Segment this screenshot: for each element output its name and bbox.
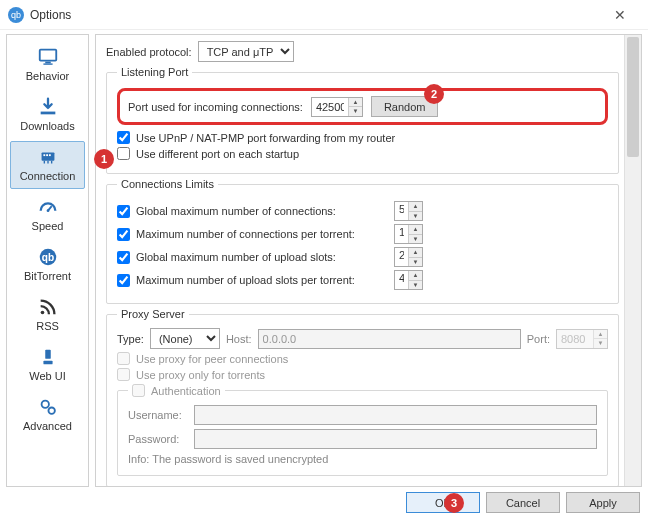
titlebar: qb Options ✕ — [0, 0, 648, 30]
svg-rect-2 — [43, 63, 52, 64]
sidebar-item-connection[interactable]: Connection — [10, 141, 85, 189]
rss-icon — [35, 296, 61, 318]
sidebar-label: Downloads — [20, 120, 74, 132]
monitor-icon — [35, 46, 61, 68]
limits-legend: Connections Limits — [117, 178, 218, 190]
dialog-footer: OK Cancel Apply — [406, 492, 640, 513]
annotation-badge-2: 2 — [424, 84, 444, 104]
gears-icon — [35, 396, 61, 418]
proxy-group: Proxy Server Type: (None) Host: Port: ▲▼… — [106, 308, 619, 487]
port-label: Port used for incoming connections: — [128, 101, 303, 113]
limit-row: Maximum number of connections per torren… — [117, 224, 608, 244]
ok-button[interactable]: OK — [406, 492, 480, 513]
limit1-spinner[interactable]: ▲▼ — [394, 201, 423, 221]
svg-rect-0 — [39, 50, 56, 61]
limit2-spinner[interactable]: ▲▼ — [394, 224, 423, 244]
scrollbar-thumb[interactable] — [627, 37, 639, 157]
window-title: Options — [30, 8, 600, 22]
auth-checkbox — [132, 384, 145, 397]
limit4-checkbox[interactable] — [117, 274, 130, 287]
proxy-port-spinner[interactable]: ▲▼ — [556, 329, 608, 349]
sidebar-label: RSS — [36, 320, 59, 332]
proxy-type-select[interactable]: (None) — [150, 328, 220, 349]
close-button[interactable]: ✕ — [600, 7, 640, 23]
limit4-spinner[interactable]: ▲▼ — [394, 270, 423, 290]
sidebar: Behavior Downloads Connection Speed qb B… — [6, 34, 89, 487]
limit3-checkbox[interactable] — [117, 251, 130, 264]
sidebar-label: BitTorrent — [24, 270, 71, 282]
enabled-protocol-select[interactable]: TCP and μTP — [198, 41, 294, 62]
app-logo-icon: qb — [8, 7, 24, 23]
sidebar-item-advanced[interactable]: Advanced — [10, 391, 85, 439]
svg-point-15 — [41, 401, 48, 408]
spin-down-icon[interactable]: ▼ — [349, 107, 362, 116]
limit3-spinner[interactable]: ▲▼ — [394, 247, 423, 267]
proxy-torrent-checkbox — [117, 368, 130, 381]
svg-rect-6 — [46, 154, 48, 156]
svg-rect-7 — [48, 154, 50, 156]
limit-row: Global maximum number of connections:▲▼ — [117, 201, 608, 221]
proxy-host-label: Host: — [226, 333, 252, 345]
port-spinner[interactable]: ▲▼ — [311, 97, 363, 117]
svg-rect-14 — [43, 361, 52, 365]
svg-text:qb: qb — [41, 252, 53, 263]
webui-icon — [35, 346, 61, 368]
svg-line-9 — [48, 206, 52, 211]
limit-row: Global maximum number of upload slots:▲▼ — [117, 247, 608, 267]
sidebar-label: Connection — [20, 170, 76, 182]
svg-rect-4 — [41, 152, 54, 160]
svg-rect-1 — [45, 62, 51, 64]
svg-rect-5 — [43, 154, 45, 156]
sidebar-item-webui[interactable]: Web UI — [10, 341, 85, 389]
connection-icon — [35, 146, 61, 168]
port-input[interactable] — [312, 98, 348, 116]
limit1-checkbox[interactable] — [117, 205, 130, 218]
port-row-highlight: Port used for incoming connections: ▲▼ R… — [117, 88, 608, 125]
diffport-checkbox[interactable] — [117, 147, 130, 160]
limit2-checkbox[interactable] — [117, 228, 130, 241]
download-icon — [35, 96, 61, 118]
svg-point-12 — [40, 311, 44, 315]
bittorrent-icon: qb — [35, 246, 61, 268]
sidebar-label: Speed — [32, 220, 64, 232]
svg-rect-3 — [40, 112, 55, 115]
gauge-icon — [35, 196, 61, 218]
proxy-legend: Proxy Server — [117, 308, 189, 320]
sidebar-item-rss[interactable]: RSS — [10, 291, 85, 339]
annotation-badge-1: 1 — [94, 149, 114, 169]
sidebar-item-speed[interactable]: Speed — [10, 191, 85, 239]
proxy-type-label: Type: — [117, 333, 144, 345]
proxy-port-label: Port: — [527, 333, 550, 345]
proxy-peer-row: Use proxy for peer connections — [117, 352, 608, 365]
diffport-checkbox-row[interactable]: Use different port on each startup — [117, 147, 608, 160]
svg-point-16 — [48, 407, 54, 413]
sidebar-item-bittorrent[interactable]: qb BitTorrent — [10, 241, 85, 289]
proxy-peer-checkbox — [117, 352, 130, 365]
auth-info: Info: The password is saved unencrypted — [128, 453, 597, 465]
connection-limits-group: Connections Limits Global maximum number… — [106, 178, 619, 304]
password-input[interactable] — [194, 429, 597, 449]
auth-row: Authentication — [132, 384, 221, 397]
sidebar-item-behavior[interactable]: Behavior — [10, 41, 85, 89]
annotation-badge-3: 3 — [444, 493, 464, 513]
sidebar-item-downloads[interactable]: Downloads — [10, 91, 85, 139]
password-label: Password: — [128, 433, 188, 445]
username-input[interactable] — [194, 405, 597, 425]
proxy-host-input[interactable] — [258, 329, 521, 349]
apply-button[interactable]: Apply — [566, 492, 640, 513]
scrollbar[interactable] — [624, 35, 641, 486]
upnp-checkbox-row[interactable]: Use UPnP / NAT-PMP port forwarding from … — [117, 131, 608, 144]
listening-port-group: Listening Port Port used for incoming co… — [106, 66, 619, 174]
auth-group: Authentication Username: Password: Info:… — [117, 384, 608, 476]
limit-row: Maximum number of upload slots per torre… — [117, 270, 608, 290]
upnp-checkbox[interactable] — [117, 131, 130, 144]
spin-up-icon[interactable]: ▲ — [349, 98, 362, 108]
sidebar-label: Advanced — [23, 420, 72, 432]
sidebar-label: Behavior — [26, 70, 69, 82]
cancel-button[interactable]: Cancel — [486, 492, 560, 513]
main-panel: Enabled protocol: TCP and μTP Listening … — [95, 34, 642, 487]
listening-port-legend: Listening Port — [117, 66, 192, 78]
sidebar-label: Web UI — [29, 370, 65, 382]
proxy-torrent-row: Use proxy only for torrents — [117, 368, 608, 381]
username-label: Username: — [128, 409, 188, 421]
